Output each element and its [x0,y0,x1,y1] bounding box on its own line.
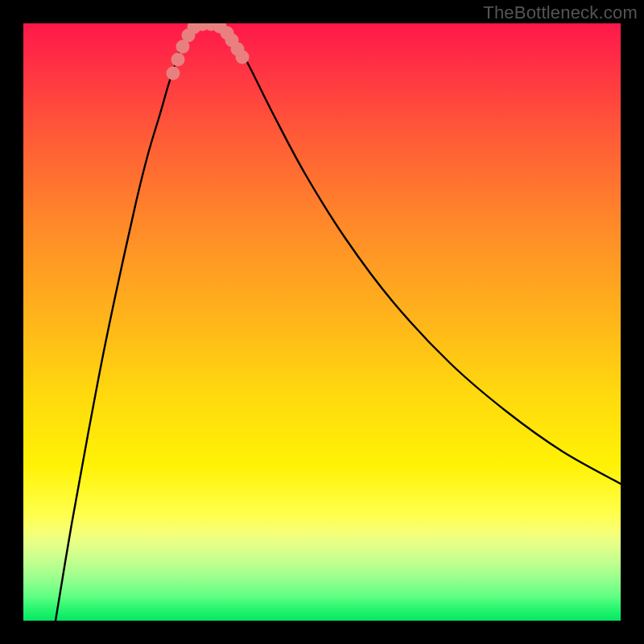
watermark-text: TheBottleneck.com [483,2,638,23]
highlight-markers [167,23,250,80]
chart-container: TheBottleneck.com [0,0,644,644]
curve-line [56,23,621,621]
highlight-dot [167,67,180,80]
chart-svg [23,23,621,621]
plot-area [23,23,621,621]
highlight-dot [236,51,250,64]
highlight-dot [171,53,185,67]
